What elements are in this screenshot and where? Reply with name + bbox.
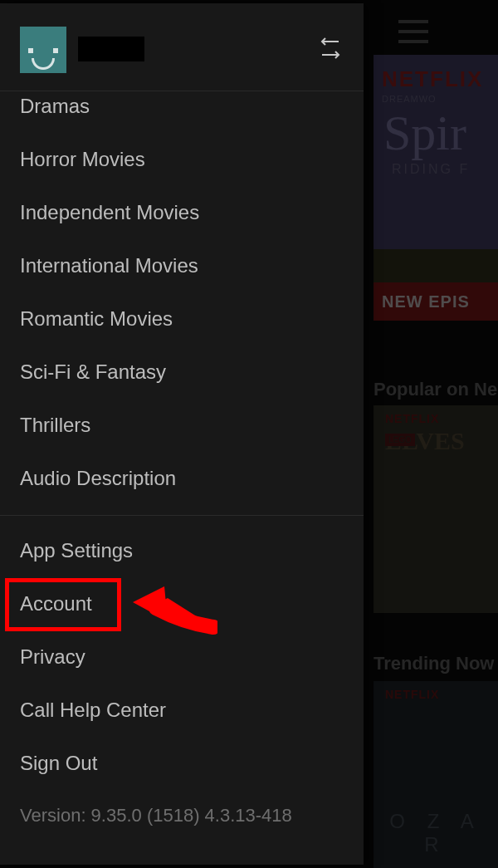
profile-avatar[interactable] <box>20 27 66 73</box>
category-item-horror[interactable]: Horror Movies <box>0 133 364 186</box>
drawer-header <box>0 3 364 91</box>
category-item-scifi[interactable]: Sci-Fi & Fantasy <box>0 346 364 399</box>
settings-item-call-help-center[interactable]: Call Help Center <box>0 684 364 737</box>
switch-profile-icon[interactable] <box>315 33 345 63</box>
settings-item-sign-out[interactable]: Sign Out <box>0 737 364 790</box>
settings-item-account[interactable]: Account <box>0 577 364 630</box>
category-item-independent[interactable]: Independent Movies <box>0 186 364 239</box>
category-item-international[interactable]: International Movies <box>0 239 364 292</box>
category-item-romantic[interactable]: Romantic Movies <box>0 292 364 346</box>
settings-item-app-settings[interactable]: App Settings <box>0 524 364 577</box>
settings-list: App Settings Account Privacy Call Help C… <box>0 524 364 790</box>
settings-item-privacy[interactable]: Privacy <box>0 630 364 684</box>
category-list: Dramas Horror Movies Independent Movies … <box>0 91 364 505</box>
category-item-audio-description[interactable]: Audio Description <box>0 452 364 505</box>
version-label: Version: 9.35.0 (1518) 4.3.13-418 <box>0 790 364 841</box>
sidebar-drawer: Dramas Horror Movies Independent Movies … <box>0 3 364 865</box>
category-item-thrillers[interactable]: Thrillers <box>0 399 364 452</box>
category-item-dramas[interactable]: Dramas <box>0 91 364 133</box>
profile-name-redacted <box>78 37 144 61</box>
menu-divider <box>0 515 364 516</box>
